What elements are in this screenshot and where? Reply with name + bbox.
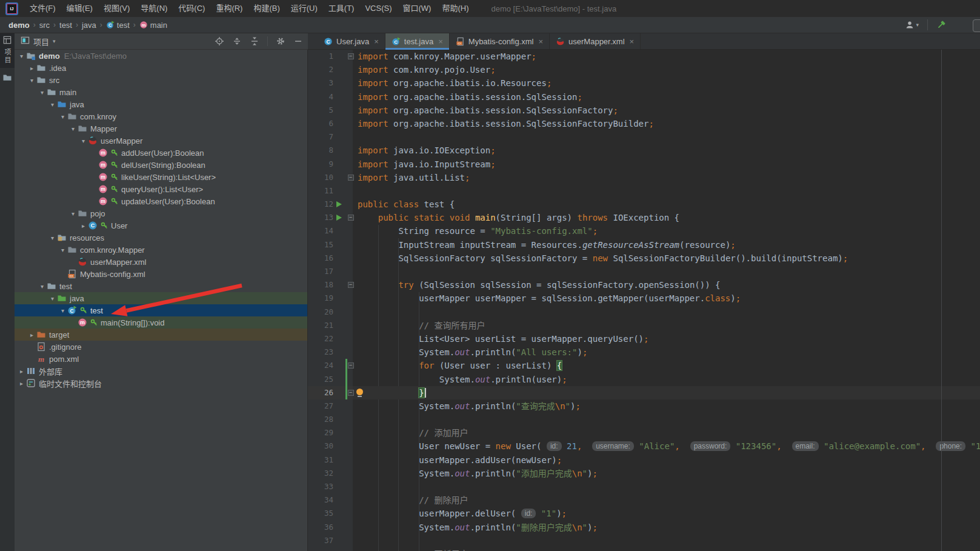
- tree-item-java[interactable]: java: [15, 98, 307, 110]
- tree-expand-chevron-icon[interactable]: [58, 307, 67, 314]
- project-tool-window-button[interactable]: 项目: [0, 33, 15, 68]
- breadcrumb-item-src[interactable]: src: [39, 21, 50, 30]
- menu-item-2[interactable]: 编辑(E): [61, 0, 98, 17]
- tree-item-com.knroy.Mapper[interactable]: com.knroy.Mapper: [15, 244, 307, 256]
- code-line-32[interactable]: 32 System.out.println("添加用户完成\n");: [308, 467, 980, 480]
- gutter[interactable]: 12: [308, 198, 353, 211]
- tree-item-test[interactable]: Ctest: [15, 304, 307, 316]
- gutter[interactable]: 29: [308, 426, 353, 439]
- gutter[interactable]: 16: [308, 252, 353, 265]
- code-line-25[interactable]: 25 System.out.println(user);: [308, 373, 980, 386]
- gutter[interactable]: 33: [308, 480, 353, 493]
- folder-tool-button[interactable]: [0, 73, 15, 85]
- code-line-31[interactable]: 31 userMapper.addUser(newUser);: [308, 453, 980, 467]
- tree-expand-chevron-icon[interactable]: [48, 235, 57, 241]
- tree-expand-chevron-icon[interactable]: [58, 247, 67, 253]
- tree-item-Mybatis-config.xml[interactable]: <>Mybatis-config.xml: [15, 268, 307, 280]
- gutter[interactable]: 25: [308, 373, 353, 386]
- gutter[interactable]: 18: [308, 278, 353, 292]
- run-gutter-icon[interactable]: [336, 215, 342, 221]
- tree-item-Mapper[interactable]: Mapper: [15, 122, 307, 135]
- menu-item-12[interactable]: 帮助(H): [436, 0, 474, 17]
- gutter[interactable]: 1: [308, 50, 353, 63]
- gutter[interactable]: 14: [308, 224, 353, 238]
- code-line-14[interactable]: 14 String resource = "Mybatis-config.xml…: [308, 224, 980, 238]
- gutter[interactable]: 20: [308, 306, 353, 319]
- tree-item-userMapper.xml[interactable]: userMapper.xml: [15, 256, 307, 268]
- code-line-8[interactable]: 8import java.io.IOException;: [308, 144, 980, 157]
- code-line-38[interactable]: 38 // 更新用户: [308, 547, 980, 551]
- tree-item-User[interactable]: CUser: [15, 219, 307, 232]
- tree-expand-chevron-icon[interactable]: [38, 89, 47, 96]
- tree-expand-chevron-icon[interactable]: [38, 283, 47, 290]
- close-icon[interactable]: ×: [630, 37, 635, 46]
- gutter[interactable]: 31: [308, 453, 353, 467]
- tree-item-pom.xml[interactable]: mpom.xml: [15, 353, 307, 365]
- tree-item-demo[interactable]: demoE:\JavaTest\demo: [15, 50, 307, 62]
- gutter[interactable]: 32: [308, 467, 353, 480]
- code-line-29[interactable]: 29 // 添加用户: [308, 426, 980, 439]
- project-panel-title-dropdown[interactable]: 项目: [21, 36, 56, 47]
- menu-item-11[interactable]: 窗口(W): [398, 0, 437, 17]
- tree-item-userMapper[interactable]: userMapper: [15, 135, 307, 147]
- code-line-16[interactable]: 16 SqlSessionFactory sqlSessionFactory =…: [308, 252, 980, 265]
- tree-expand-chevron-icon[interactable]: [79, 222, 88, 229]
- code-line-37[interactable]: 37: [308, 534, 980, 547]
- gutter[interactable]: 37: [308, 534, 353, 547]
- code-line-27[interactable]: 27 System.out.println("查询完成\n");: [308, 399, 980, 413]
- menu-item-7[interactable]: 构建(B): [248, 0, 285, 17]
- run-gutter-icon[interactable]: [336, 201, 342, 207]
- gutter[interactable]: 2: [308, 63, 353, 76]
- breadcrumb-item-java[interactable]: java: [82, 21, 96, 30]
- menu-item-6[interactable]: 重构(R): [210, 0, 248, 17]
- close-icon[interactable]: ×: [374, 37, 379, 46]
- code-line-10[interactable]: 10import java.util.List;: [308, 171, 980, 184]
- tree-expand-chevron-icon[interactable]: [27, 77, 36, 84]
- code-line-24[interactable]: 24 for (User user : userList) {: [308, 359, 980, 372]
- code-line-35[interactable]: 35 userMapper.delUser( id: "1");: [308, 507, 980, 520]
- collapse-all-icon[interactable]: [250, 36, 259, 46]
- tree-expand-chevron-icon[interactable]: [68, 210, 78, 217]
- tree-item-src[interactable]: src: [15, 74, 307, 86]
- tree-item-test[interactable]: test: [15, 280, 307, 292]
- breadcrumb-item-test[interactable]: test: [59, 21, 72, 30]
- close-icon[interactable]: ×: [538, 37, 543, 46]
- gutter[interactable]: 36: [308, 521, 353, 534]
- tab-Mybatis-config.xml[interactable]: <>Mybatis-config.xml×: [450, 33, 550, 49]
- tree-item-main(String[]):void[interactable]: mmain(String[]):void: [15, 316, 307, 329]
- code-line-17[interactable]: 17: [308, 265, 980, 278]
- tab-test.java[interactable]: Ctest.java×: [385, 33, 450, 49]
- breadcrumb-item-demo[interactable]: demo: [8, 21, 30, 30]
- code-line-18[interactable]: 18 try (SqlSession sqlSession = sqlSessi…: [308, 278, 980, 292]
- code-line-36[interactable]: 36 System.out.println("删除用户完成\n");: [308, 521, 980, 534]
- tree-item-resources[interactable]: resources: [15, 232, 307, 244]
- tree-item-addUser(User):Boolean[interactable]: maddUser(User):Boolean: [15, 147, 307, 159]
- gutter[interactable]: 6: [308, 117, 353, 130]
- tree-item-pojo[interactable]: pojo: [15, 207, 307, 219]
- tree-item-外部库[interactable]: 外部库: [15, 365, 307, 377]
- gutter[interactable]: 17: [308, 265, 353, 278]
- code-line-4[interactable]: 4import org.apache.ibatis.session.SqlSes…: [308, 90, 980, 104]
- gutter[interactable]: 27: [308, 399, 353, 413]
- gutter[interactable]: 24: [308, 359, 353, 372]
- tree-expand-chevron-icon[interactable]: [27, 65, 36, 72]
- hide-panel-icon[interactable]: [293, 36, 303, 46]
- gutter[interactable]: 11: [308, 184, 353, 198]
- gutter[interactable]: 7: [308, 130, 353, 144]
- gutter[interactable]: 15: [308, 238, 353, 252]
- menu-item-9[interactable]: 工具(T): [323, 0, 360, 17]
- code-line-20[interactable]: 20: [308, 306, 980, 319]
- gutter[interactable]: 35: [308, 507, 353, 520]
- tree-expand-chevron-icon[interactable]: [79, 138, 88, 144]
- gutter[interactable]: 9: [308, 158, 353, 171]
- code-line-1[interactable]: 1import com.knroy.Mapper.userMapper;: [308, 50, 980, 63]
- code-line-11[interactable]: 11: [308, 184, 980, 198]
- code-line-30[interactable]: 30 User newUser = new User( id: 21, user…: [308, 439, 980, 453]
- code-line-12[interactable]: 12public class test {: [308, 198, 980, 211]
- intention-lightbulb-icon[interactable]: [356, 389, 364, 397]
- breadcrumb-item-test[interactable]: Ctest: [106, 21, 130, 30]
- gutter[interactable]: 19: [308, 292, 353, 305]
- close-icon[interactable]: ×: [438, 37, 443, 46]
- menu-item-5[interactable]: 代码(C): [173, 0, 210, 17]
- code-line-7[interactable]: 7: [308, 130, 980, 144]
